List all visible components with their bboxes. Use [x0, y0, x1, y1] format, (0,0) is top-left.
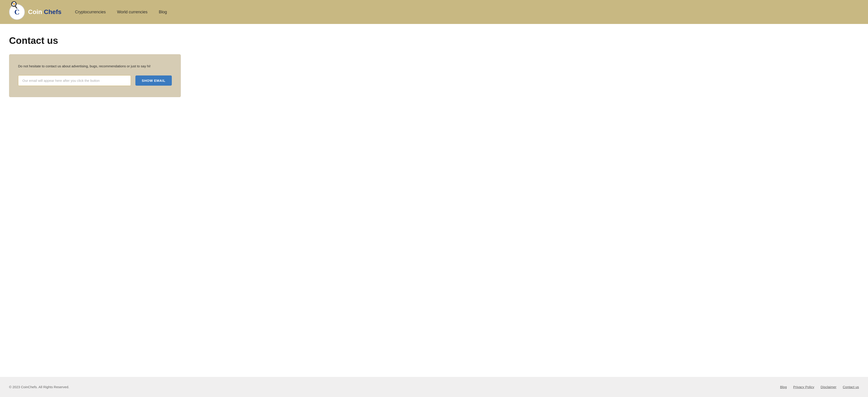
footer-links: Blog Privacy Policy Disclaimer Contact u…	[780, 385, 859, 389]
site-header: C 🍳 Coin Chefs Cryptocurrencies World cu…	[0, 0, 868, 24]
nav-blog[interactable]: Blog	[159, 10, 167, 14]
main-nav: Cryptocurrencies World currencies Blog	[75, 10, 167, 14]
site-logo[interactable]: C 🍳 Coin Chefs	[9, 4, 61, 20]
logo-chefs: Chefs	[42, 8, 61, 15]
site-footer: © 2023 CoinChefs. All Rights Reserved. B…	[0, 377, 868, 397]
chef-hat-icon: 🍳	[10, 1, 18, 9]
footer-link-disclaimer[interactable]: Disclaimer	[820, 385, 836, 389]
page-title: Contact us	[9, 35, 262, 46]
main-content: Contact us Do not hesitate to contact us…	[0, 24, 271, 377]
contact-description: Do not hesitate to contact us about adve…	[18, 64, 172, 69]
logo-icon-wrapper: C 🍳	[9, 4, 25, 20]
logo-text: Coin Chefs	[28, 8, 61, 15]
nav-world-currencies[interactable]: World currencies	[117, 10, 148, 14]
contact-box: Do not hesitate to contact us about adve…	[9, 54, 181, 97]
logo-coin: Coin	[28, 8, 42, 15]
nav-cryptocurrencies[interactable]: Cryptocurrencies	[75, 10, 106, 14]
footer-copyright: © 2023 CoinChefs. All Rights Reserved.	[9, 385, 69, 389]
show-email-button[interactable]: SHOW EMAIL	[135, 75, 172, 86]
footer-link-contact[interactable]: Contact us	[843, 385, 859, 389]
logo-c-letter: C	[14, 8, 20, 16]
email-row: SHOW EMAIL	[18, 75, 172, 86]
email-input[interactable]	[18, 75, 131, 86]
footer-link-privacy[interactable]: Privacy Policy	[793, 385, 814, 389]
footer-link-blog[interactable]: Blog	[780, 385, 787, 389]
